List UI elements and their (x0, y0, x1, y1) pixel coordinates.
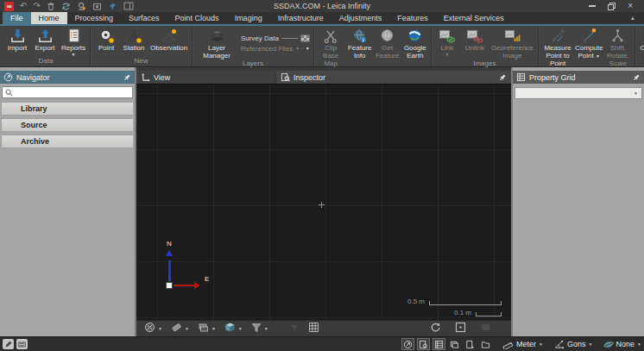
status-bar: Meter ▼ Gons ▼ None ▼ (0, 336, 644, 351)
tab-infrastructure[interactable]: Infrastructure (270, 12, 331, 24)
import-button[interactable]: Import (3, 27, 31, 57)
referenced-files-label: Referenced Files (241, 45, 293, 53)
navigator-item-archive[interactable]: Archive (1, 135, 134, 148)
scissors-icon (323, 28, 338, 44)
eraser-icon[interactable] (171, 321, 182, 336)
shift-rotate-scale-button[interactable]: Shift, Rotate, Scale (603, 27, 633, 68)
reports-button[interactable]: Reports ▼ (59, 27, 88, 57)
navigator-search[interactable] (2, 86, 133, 98)
tab-home[interactable]: Home (31, 12, 67, 24)
navigator-item-source[interactable]: Source (1, 118, 134, 132)
pin-panel-icon[interactable] (498, 73, 507, 82)
navigator-search-input[interactable] (16, 88, 129, 97)
property-grid-selector[interactable]: ▼ (515, 87, 642, 99)
pin-panel-icon[interactable] (123, 73, 131, 82)
link-image-button[interactable]: Link ▼ (433, 27, 461, 60)
view-title: View (154, 73, 170, 82)
ribbon-collapse-button[interactable]: ▲ (622, 12, 644, 24)
view-panel: View Inspector N E 0.5 m (136, 67, 511, 336)
tab-adjustments[interactable]: Adjustments (331, 12, 390, 24)
tab-processing[interactable]: Processing (67, 12, 122, 24)
feature-info-button[interactable]: Feature Info (346, 27, 374, 68)
view-cube-icon[interactable] (224, 321, 236, 336)
coordinates-button[interactable]: Coordinates ▼ (637, 27, 644, 57)
axis-north-label: N (167, 240, 172, 248)
new-point-button[interactable]: Point (92, 27, 120, 57)
close-button[interactable]: × (628, 2, 633, 10)
keyboard-icon[interactable] (16, 339, 28, 349)
pin-icon[interactable] (108, 2, 117, 11)
dropdown-caret-icon[interactable]: ▼ (306, 46, 310, 51)
snapshot-icon[interactable] (92, 2, 102, 11)
group-label-coordinates (637, 57, 644, 66)
layers-stack-icon[interactable] (198, 321, 209, 336)
export-button[interactable]: Export (31, 27, 59, 57)
new-observation-button[interactable]: Observation (148, 27, 190, 57)
tab-imaging[interactable]: Imaging (227, 12, 270, 24)
dropdown-caret-icon[interactable]: ▼ (158, 326, 162, 331)
grid-toggle-icon[interactable] (308, 321, 319, 336)
restore-button[interactable] (608, 3, 616, 10)
tab-features[interactable]: Features (389, 12, 436, 24)
redo-icon[interactable]: ↷ (33, 2, 40, 11)
filter-icon[interactable] (251, 321, 262, 336)
google-earth-icon (407, 28, 423, 44)
report-toggle-icon[interactable] (464, 338, 477, 350)
unlink-image-button[interactable]: Unlink (461, 27, 489, 60)
tab-surfaces[interactable]: Surfaces (121, 12, 167, 24)
layers-toggle-icon[interactable] (448, 338, 461, 350)
tab-point-clouds[interactable]: Point Clouds (167, 12, 227, 24)
property-grid-toggle-icon[interactable] (432, 338, 445, 350)
angle-unit-selector[interactable]: Gons ▼ (553, 340, 592, 349)
layer-combo: Survey Data Referenced Files ▼ ▼ (239, 27, 312, 60)
view-tab-header[interactable]: View (136, 71, 275, 84)
pencil-icon[interactable] (3, 339, 14, 349)
layer-manager-button[interactable]: Layer Manager (194, 27, 239, 60)
coordinate-system-selector[interactable]: None ▼ (603, 340, 641, 349)
dropdown-caret-icon[interactable]: ▼ (238, 326, 243, 331)
undo-icon[interactable]: ↶ (20, 2, 27, 11)
export-icon (37, 28, 54, 44)
map-canvas[interactable]: N E 0.5 m 0.1 m (136, 84, 511, 320)
dropdown-caret-icon[interactable]: ▼ (264, 326, 268, 331)
dropdown-caret-icon[interactable]: ▼ (212, 326, 216, 331)
delete-icon[interactable] (47, 2, 55, 11)
measure-point-to-point-icon (550, 28, 566, 44)
navigator-header: Navigator (0, 71, 135, 84)
active-layer-select[interactable]: Survey Data (241, 34, 310, 42)
dropdown-caret-icon: ▼ (634, 91, 638, 96)
refresh-view-icon[interactable] (430, 321, 441, 336)
zoom-extents-icon[interactable] (455, 321, 466, 336)
ribbon-group-layers: Layer Manager Survey Data Referenced Fil… (193, 27, 314, 66)
minimize-button[interactable] (589, 5, 596, 7)
title-bar: ∞ ↶ ↷ SSDAX.COM - Leica Infinity × (0, 0, 644, 12)
inspector-toggle-icon[interactable] (417, 338, 430, 350)
pin-panel-icon[interactable] (632, 73, 641, 82)
compute-point-button[interactable]: Compute Point ▼ (575, 27, 603, 68)
angle-icon (553, 340, 565, 349)
dropdown-caret-icon[interactable]: ▼ (185, 326, 189, 331)
display-settings-icon[interactable] (144, 321, 155, 336)
layer-manager-icon (209, 28, 225, 44)
georeference-image-button[interactable]: Georeference Image (489, 27, 536, 60)
referenced-files-dropdown[interactable]: Referenced Files ▼ ▼ (241, 45, 310, 53)
clip-base-map-button[interactable]: Clip Base Map (316, 27, 346, 68)
tab-file[interactable]: File (3, 12, 31, 24)
shift-rotate-scale-icon (609, 28, 626, 44)
stamp-icon[interactable] (77, 2, 86, 11)
navigator-item-library[interactable]: Library (1, 102, 134, 116)
inspector-tab-header[interactable]: Inspector (276, 71, 511, 84)
google-earth-button[interactable]: Google Earth (401, 27, 429, 68)
tab-external-services[interactable]: External Services (436, 12, 512, 24)
dropdown-caret-icon: ▼ (445, 52, 449, 57)
navigator-toggle-icon[interactable] (401, 338, 414, 350)
property-grid-header: Property Grid (513, 71, 644, 84)
new-station-button[interactable]: Station (120, 27, 148, 57)
window-layout-icon[interactable] (123, 2, 134, 11)
distance-unit-selector[interactable]: Meter ▼ (502, 340, 543, 349)
project-folder-icon[interactable] (479, 338, 492, 350)
measure-point-to-point-button[interactable]: Measure Point to Point (540, 27, 575, 68)
ribbon-tab-bar: File Home Processing Surfaces Point Clou… (0, 12, 644, 24)
sync-icon[interactable] (61, 2, 71, 11)
get-feature-button[interactable]: Get Feature (374, 27, 401, 68)
